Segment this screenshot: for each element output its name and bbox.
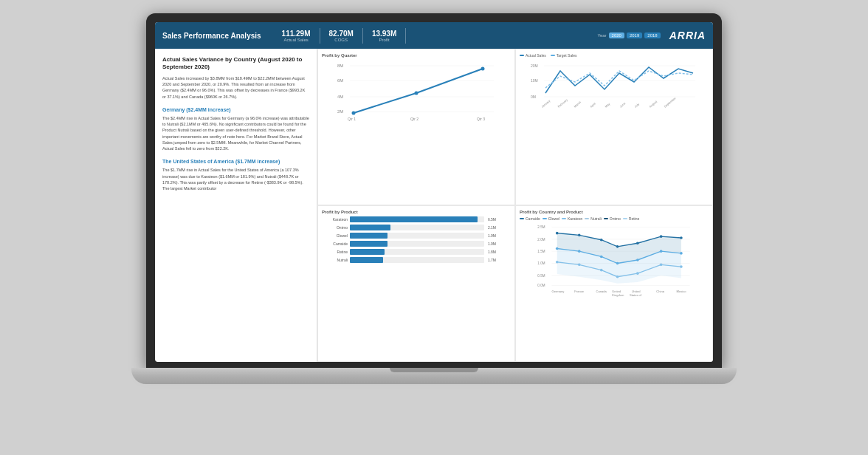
legend-target-sales: Target Sales — [551, 53, 577, 58]
legend-karateon-label: Karateon — [568, 216, 582, 221]
legend-actual-label: Actual Sales — [526, 53, 546, 58]
bar-value-glowel: 1.9M — [488, 233, 496, 238]
svg-point-9 — [415, 92, 418, 95]
bar-fill-retine — [350, 249, 385, 255]
svg-point-50 — [680, 236, 683, 239]
year-2020-button[interactable]: 2020 — [609, 32, 624, 38]
svg-text:0M: 0M — [531, 95, 536, 99]
svg-point-61 — [616, 276, 619, 278]
svg-point-46 — [600, 239, 603, 242]
bar-track-glowel — [350, 233, 484, 239]
svg-text:Germany: Germany — [551, 290, 565, 293]
dashboard: Sales Performance Analysis 111.29M Actua… — [155, 22, 713, 362]
svg-text:China: China — [656, 290, 664, 293]
legend-actual-dot — [520, 55, 524, 56]
charts-panel: Profit by Quarter 8M 6M 4M 2M — [317, 49, 713, 362]
svg-point-62 — [636, 272, 639, 275]
svg-point-58 — [556, 261, 559, 264]
bar-fill-ontmo — [350, 225, 390, 230]
germany-section-body: The $2.4MM rise in Actual Sales for Germ… — [162, 115, 309, 152]
laptop-base — [131, 368, 737, 384]
chart-actual-vs-target: Actual Sales Target Sales 20M 10M — [515, 49, 713, 205]
usa-section-title: The United States of America ($1.7MM inc… — [162, 159, 309, 164]
bar-label-camside: Camside — [322, 242, 348, 246]
svg-point-60 — [600, 269, 603, 272]
legend-actual-sales: Actual Sales — [520, 53, 546, 58]
chart-profit-by-country-product: Profit by Country and Product Camside Gl… — [515, 205, 713, 362]
legend-nutrali-dot — [585, 218, 589, 219]
chart-profit-by-quarter: Profit by Quarter 8M 6M 4M 2M — [317, 49, 515, 205]
stat-profit: 13.93M Profit — [363, 28, 406, 44]
chart2-legend: Actual Sales Target Sales — [520, 53, 709, 58]
legend-karateon-dot — [562, 218, 566, 219]
svg-point-53 — [600, 256, 603, 259]
svg-text:20M: 20M — [531, 64, 538, 68]
bar-fill-nutrali — [350, 257, 383, 263]
svg-text:2M: 2M — [337, 109, 343, 114]
svg-text:2.5M: 2.5M — [537, 225, 545, 229]
bar-value-camside: 1.9M — [488, 242, 496, 246]
svg-text:April: April — [589, 102, 596, 109]
bar-fill-karateon — [350, 216, 478, 222]
svg-point-52 — [578, 250, 581, 253]
legend-camside-label: Camside — [526, 216, 540, 221]
bar-value-nutrali: 1.7M — [488, 258, 496, 262]
svg-point-51 — [556, 247, 559, 250]
svg-text:10M: 10M — [531, 78, 538, 83]
svg-point-64 — [680, 265, 683, 268]
chart-profit-by-product: Profit by Product Karateon 6.5M — [317, 205, 515, 362]
svg-text:1.5M: 1.5M — [537, 250, 545, 253]
chart1-title: Profit by Quarter — [322, 53, 511, 58]
svg-point-47 — [616, 245, 619, 248]
bar-fill-camside — [350, 241, 388, 247]
svg-point-49 — [660, 235, 663, 238]
bar-row-camside: Camside 1.9M — [322, 241, 496, 247]
svg-text:January: January — [540, 99, 551, 109]
svg-text:February: February — [557, 98, 568, 109]
svg-text:August: August — [648, 99, 658, 108]
svg-point-8 — [352, 112, 356, 115]
svg-text:1.0M: 1.0M — [537, 261, 545, 265]
bar-value-ontmo: 2.1M — [488, 225, 496, 230]
svg-point-10 — [481, 67, 485, 71]
year-selector: Year 2020 2019 2018 — [597, 32, 660, 38]
horizontal-bar-chart: Karateon 6.5M Ontmo — [322, 216, 511, 263]
legend-nutrali-label: Nutrali — [590, 216, 601, 221]
svg-text:Canada: Canada — [596, 290, 607, 293]
year-2018-button[interactable]: 2018 — [644, 32, 660, 38]
svg-text:May: May — [604, 102, 610, 109]
chart3-title: Profit by Product — [322, 210, 511, 214]
cogs-label: COGS — [334, 38, 348, 42]
dashboard-header: Sales Performance Analysis 111.29M Actua… — [155, 22, 713, 49]
svg-text:Mexico: Mexico — [677, 290, 687, 293]
svg-point-45 — [578, 234, 581, 237]
svg-text:Qtr 2: Qtr 2 — [410, 117, 418, 121]
bar-label-karateon: Karateon — [322, 217, 348, 222]
legend-retine-label: Retine — [629, 216, 639, 221]
actual-sales-value: 111.29M — [282, 30, 311, 38]
svg-text:States of: States of — [630, 293, 642, 297]
svg-text:United: United — [632, 290, 641, 293]
bar-value-retine: 1.8M — [488, 250, 496, 254]
chart2-svg: 20M 10M 0M — [520, 60, 709, 123]
svg-point-56 — [660, 250, 663, 253]
svg-text:Qtr 1: Qtr 1 — [348, 117, 356, 121]
svg-point-55 — [636, 259, 639, 261]
actual-sales-label: Actual Sales — [283, 38, 308, 42]
svg-point-48 — [636, 242, 639, 244]
profit-value: 13.93M — [372, 30, 396, 38]
bar-row-retine: Retine 1.8M — [322, 249, 496, 255]
legend-ontmo-dot — [604, 218, 608, 219]
bar-value-karateon: 6.5M — [488, 217, 496, 222]
svg-point-59 — [578, 264, 581, 267]
year-2019-button[interactable]: 2019 — [627, 32, 642, 38]
laptop-screen-bezel: Sales Performance Analysis 111.29M Actua… — [146, 13, 722, 368]
legend-camside: Camside — [520, 216, 540, 221]
chart1-svg: 8M 6M 4M 2M — [322, 60, 511, 126]
stat-cogs: 82.70M COGS — [320, 28, 363, 44]
cogs-value: 82.70M — [329, 30, 354, 38]
bar-row-ontmo: Ontmo 2.1M — [322, 225, 496, 230]
svg-text:June: June — [619, 101, 626, 109]
arria-logo: ARRIA — [669, 30, 706, 41]
svg-text:8M: 8M — [337, 64, 343, 68]
